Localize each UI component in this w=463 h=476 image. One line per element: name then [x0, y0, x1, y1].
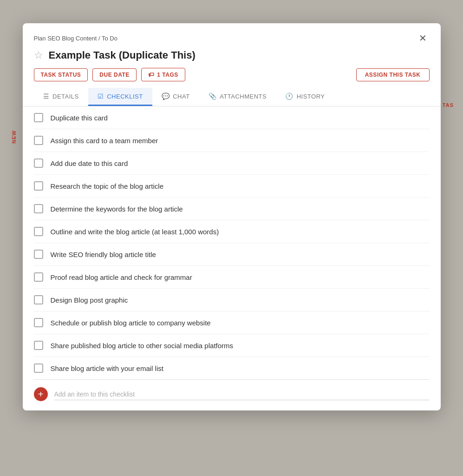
- checklist-item-text: Design Blog post graphic: [51, 296, 128, 304]
- task-status-button[interactable]: TASK STATUS: [34, 68, 88, 81]
- checklist-checkbox[interactable]: [34, 159, 43, 168]
- breadcrumb: Plan SEO Blog Content / To Do: [34, 35, 117, 42]
- checklist-checkbox[interactable]: [34, 295, 43, 304]
- checklist-checkbox[interactable]: [34, 272, 43, 282]
- checklist-container: Duplicate this cardAssign this card to a…: [34, 106, 430, 379]
- modal-header: Plan SEO Blog Content / To Do ✕ ☆ Exampl…: [23, 23, 441, 106]
- tab-attachments[interactable]: 📎 ATTACHMENTS: [199, 88, 276, 106]
- tab-checklist[interactable]: ☑ CHECKLIST: [88, 88, 152, 106]
- close-button[interactable]: ✕: [416, 32, 430, 45]
- checklist-item-text: Share blog article with your email list: [51, 364, 163, 372]
- checklist-checkbox[interactable]: [34, 250, 43, 259]
- checklist-checkbox[interactable]: [34, 318, 43, 327]
- history-icon: 🕐: [285, 93, 293, 100]
- task-modal: Plan SEO Blog Content / To Do ✕ ☆ Exampl…: [23, 23, 441, 410]
- tab-history[interactable]: 🕐 HISTORY: [276, 88, 334, 106]
- checklist-item: Share blog article with your email list: [34, 357, 430, 379]
- checklist-checkbox[interactable]: [34, 204, 43, 213]
- checklist-item-text: Proof read blog article and check for gr…: [51, 273, 192, 281]
- checklist-item-text: Add due date to this card: [51, 159, 128, 167]
- checklist-checkbox[interactable]: [34, 227, 43, 236]
- backdrop: NEW TAS Plan SEO Blog Content / To Do ✕ …: [9, 9, 454, 476]
- checklist-item: Design Blog post graphic: [34, 289, 430, 311]
- checklist-item: Outline and write the blog article (at l…: [34, 220, 430, 243]
- add-item-row: +: [34, 379, 430, 410]
- checklist-checkbox[interactable]: [34, 113, 43, 122]
- checklist-item: Duplicate this card: [34, 106, 430, 129]
- checklist-checkbox[interactable]: [34, 364, 43, 373]
- add-item-button[interactable]: +: [34, 387, 48, 401]
- details-icon: ☰: [43, 93, 50, 100]
- checklist-item-text: Outline and write the blog article (at l…: [51, 228, 219, 236]
- tabs-row: ☰ DETAILS ☑ CHECKLIST 💬 CHAT 📎 ATTACHMEN…: [34, 88, 430, 106]
- action-row: TASK STATUS DUE DATE 🏷 1 TAGS ASSIGN THI…: [34, 68, 430, 81]
- due-date-button[interactable]: DUE DATE: [92, 68, 136, 81]
- checklist-item: Schedule or publish blog article to comp…: [34, 311, 430, 334]
- checklist-item: Proof read blog article and check for gr…: [34, 266, 430, 289]
- chat-icon: 💬: [162, 93, 170, 100]
- checklist-item-text: Determine the keywords for the blog arti…: [51, 205, 183, 213]
- add-item-input[interactable]: [54, 389, 430, 400]
- checklist-item-text: Write SEO friendly blog article title: [51, 251, 156, 258]
- title-row: ☆ Example Task (Duplicate This): [34, 49, 430, 61]
- bg-new-label: NEW: [11, 130, 17, 144]
- checklist-item-text: Schedule or publish blog article to comp…: [51, 319, 211, 327]
- task-title: Example Task (Duplicate This): [49, 49, 196, 61]
- assign-task-button[interactable]: ASSIGN THIS TASK: [356, 68, 430, 81]
- checklist-item: Write SEO friendly blog article title: [34, 243, 430, 266]
- tags-button[interactable]: 🏷 1 TAGS: [141, 68, 185, 81]
- checklist-item-text: Research the topic of the blog article: [51, 182, 163, 190]
- checklist-item-text: Duplicate this card: [51, 114, 108, 122]
- tag-icon: 🏷: [148, 71, 155, 78]
- checklist-item-text: Share published blog article to other so…: [51, 342, 234, 350]
- checklist-item-text: Assign this card to a team member: [51, 137, 158, 145]
- checklist-item: Determine the keywords for the blog arti…: [34, 198, 430, 220]
- attachments-icon: 📎: [209, 93, 217, 100]
- checklist-item: Add due date to this card: [34, 152, 430, 175]
- checklist-item: Research the topic of the blog article: [34, 175, 430, 198]
- checklist-icon: ☑: [98, 93, 104, 100]
- bg-tas-label: TAS: [443, 102, 454, 108]
- tab-details[interactable]: ☰ DETAILS: [34, 88, 88, 106]
- modal-body: Duplicate this cardAssign this card to a…: [23, 106, 441, 410]
- checklist-item: Share published blog article to other so…: [34, 334, 430, 357]
- checklist-item: Assign this card to a team member: [34, 129, 430, 152]
- breadcrumb-row: Plan SEO Blog Content / To Do ✕: [34, 32, 430, 45]
- star-icon[interactable]: ☆: [34, 49, 43, 61]
- tab-chat[interactable]: 💬 CHAT: [152, 88, 199, 106]
- checklist-checkbox[interactable]: [34, 136, 43, 145]
- checklist-checkbox[interactable]: [34, 341, 43, 350]
- checklist-checkbox[interactable]: [34, 181, 43, 191]
